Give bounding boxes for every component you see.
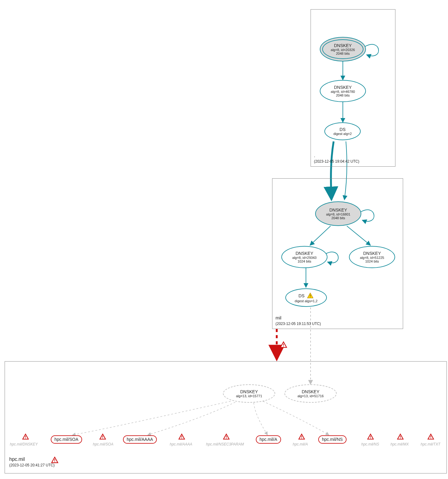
svg-rect-18	[226, 436, 227, 437]
hpc-rr-a[interactable]: hpc.mil/A	[256, 435, 281, 444]
rr-label: hpc.mil/SOA	[54, 437, 78, 442]
rr-label: hpc.mil/AAAA	[127, 437, 153, 442]
hpc-dnskey-1[interactable]: DNSKEY alg=13, id=15771	[223, 384, 275, 403]
node-line2: alg=8, id=29343	[292, 256, 317, 259]
node-title: DNSKEY	[302, 389, 319, 394]
hpc-rr-txt-gray: hpc.mil/TXT	[421, 442, 440, 446]
error-icon	[22, 433, 29, 440]
zone-root-name: .	[314, 153, 315, 158]
root-ds[interactable]: DS digest alg=2	[324, 122, 361, 140]
node-line2: digest alg=2	[333, 132, 352, 136]
error-icon	[397, 433, 404, 440]
svg-rect-11	[54, 461, 55, 462]
hpc-dnskey-2[interactable]: DNSKEY alg=13, id=51716	[284, 384, 337, 403]
svg-rect-17	[181, 438, 182, 438]
hpc-rr-soa[interactable]: hpc.mil/SOA	[51, 435, 82, 444]
node-line3: 2048 bits	[336, 93, 350, 97]
error-icon	[298, 433, 305, 440]
node-line2: alg=8, id=16801	[326, 212, 351, 216]
root-dnskey-ksk[interactable]: DNSKEY alg=8, id=20326 2048 bits	[320, 37, 366, 61]
node-title: DNSKEY	[334, 43, 352, 48]
root-dnskey-zsk[interactable]: DNSKEY alg=8, id=46780 2048 bits	[320, 80, 366, 102]
svg-rect-20	[301, 436, 302, 437]
node-title: DS	[339, 127, 345, 132]
node-line3: 2048 bits	[331, 216, 345, 220]
svg-rect-27	[430, 438, 431, 438]
node-line3: 1024 bits	[365, 259, 379, 263]
svg-rect-25	[400, 438, 401, 438]
rr-label: hpc.mil/A	[260, 437, 277, 442]
hpc-rr-a-gray: hpc.mil/A	[293, 442, 308, 446]
error-icon	[427, 433, 434, 440]
svg-rect-6	[310, 295, 311, 296]
zone-hpc: hpc.mil (2023-12-05 20:41:27 UTC)	[5, 361, 447, 473]
svg-rect-26	[430, 436, 431, 437]
zone-root-ts: (2023-12-05 19:04:42 UTC)	[314, 159, 359, 164]
diagram-canvas: . (2023-12-05 19:04:42 UTC) DNSKEY alg=8…	[0, 0, 448, 479]
svg-rect-13	[25, 438, 26, 438]
svg-rect-19	[226, 438, 227, 438]
zone-hpc-name: hpc.mil	[9, 457, 25, 462]
zone-mil-name: mil	[276, 315, 281, 320]
svg-rect-8	[283, 344, 284, 346]
svg-rect-23	[370, 438, 371, 438]
mil-dnskey-ksk[interactable]: DNSKEY alg=8, id=16801 2048 bits	[315, 201, 361, 226]
node-title: DNSKEY	[295, 251, 313, 256]
hpc-rr-soa-gray: hpc.mil/SOA	[93, 442, 113, 446]
node-title: DS	[299, 293, 304, 298]
node-line2: alg=13, id=15771	[236, 394, 262, 398]
svg-rect-9	[283, 346, 284, 347]
svg-rect-14	[102, 436, 103, 437]
error-icon	[178, 433, 185, 440]
error-icon	[280, 341, 287, 349]
mil-ds[interactable]: DS digest algs=1,2	[285, 288, 327, 307]
svg-rect-15	[102, 438, 103, 438]
error-icon	[99, 433, 106, 440]
mil-dnskey-zsk2[interactable]: DNSKEY alg=8, id=51225 1024 bits	[349, 246, 395, 268]
hpc-rr-aaaa[interactable]: hpc.mil/AAAA	[123, 435, 157, 444]
warning-icon	[307, 292, 314, 299]
node-line2: alg=13, id=51716	[297, 394, 323, 398]
node-line3: 2048 bits	[336, 52, 350, 55]
mil-dnskey-zsk1[interactable]: DNSKEY alg=8, id=29343 1024 bits	[281, 246, 327, 268]
zone-mil-ts: (2023-12-05 19:11:53 UTC)	[276, 322, 321, 326]
hpc-rr-ns[interactable]: hpc.mil/NS	[318, 435, 347, 444]
svg-rect-12	[25, 436, 26, 437]
error-icon	[51, 457, 58, 464]
svg-rect-24	[400, 436, 401, 437]
svg-rect-16	[181, 436, 182, 437]
node-line2: digest algs=1,2	[295, 299, 317, 303]
node-title: DNSKEY	[240, 389, 258, 394]
hpc-rr-aaaa-gray: hpc.mil/AAAA	[170, 442, 192, 446]
node-line2: alg=8, id=51225	[360, 256, 384, 259]
node-title: DNSKEY	[334, 85, 352, 90]
node-line2: alg=8, id=46780	[331, 90, 355, 93]
node-line3: 1024 bits	[298, 259, 311, 263]
node-title: DNSKEY	[363, 251, 381, 256]
hpc-rr-nsec3param-gray: hpc.mil/NSEC3PARAM	[206, 442, 244, 446]
hpc-rr-mx-gray: hpc.mil/MX	[391, 442, 409, 446]
node-line2: alg=8, id=20326	[331, 48, 355, 52]
node-title: DNSKEY	[329, 208, 347, 212]
svg-rect-22	[370, 436, 371, 437]
error-icon	[367, 433, 374, 440]
error-icon	[223, 433, 230, 440]
svg-rect-21	[301, 438, 302, 438]
svg-rect-10	[54, 459, 55, 461]
svg-rect-7	[310, 297, 311, 297]
hpc-rr-dnskey-label: hpc.mil/DNSKEY	[10, 442, 38, 446]
rr-label: hpc.mil/NS	[322, 437, 343, 442]
zone-hpc-ts: (2023-12-05 20:41:27 UTC)	[9, 463, 54, 467]
hpc-rr-ns-gray: hpc.mil/NS	[361, 442, 379, 446]
